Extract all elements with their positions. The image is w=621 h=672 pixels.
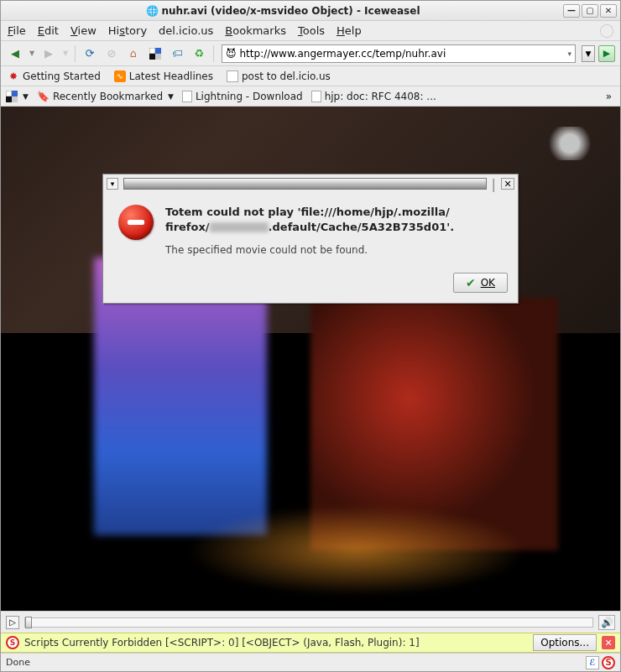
forward-button[interactable]: ▶	[39, 44, 58, 63]
home-button[interactable]: ⌂	[124, 44, 143, 63]
rss-icon: ∿	[114, 70, 126, 82]
page-icon	[182, 91, 192, 102]
menu-tools[interactable]: Tools	[298, 24, 325, 37]
bookmark-getting-started[interactable]: ✸ Getting Started	[8, 70, 101, 82]
throbber-icon	[600, 24, 613, 38]
delicious-button[interactable]: ▼	[6, 91, 29, 102]
separator	[75, 45, 76, 62]
error-icon	[118, 205, 154, 240]
stop-button[interactable]: ⊘	[102, 44, 121, 63]
options-button[interactable]: Options...	[533, 634, 597, 651]
page-icon	[227, 70, 238, 82]
delicious-tag-icon[interactable]	[146, 44, 164, 63]
check-icon: ✔	[466, 276, 476, 289]
site-icon: 😈	[226, 48, 237, 60]
menu-bookmarks[interactable]: Bookmarks	[225, 24, 286, 37]
bookmark-icon: 🔖	[37, 91, 50, 102]
menubar: File Edit View History del.icio.us Bookm…	[1, 21, 620, 41]
reload-button[interactable]: ⟳	[81, 44, 99, 63]
dialog-separator: |	[492, 176, 496, 192]
noscript-icon: S	[6, 636, 19, 649]
recently-bookmarked[interactable]: 🔖 Recently Bookmarked ▼	[37, 91, 174, 102]
svg-rect-3	[155, 54, 161, 60]
menu-help[interactable]: Help	[337, 24, 362, 37]
svg-rect-6	[6, 96, 12, 102]
svg-rect-1	[155, 48, 161, 54]
menu-edit[interactable]: Edit	[38, 24, 59, 37]
menu-view[interactable]: View	[70, 24, 97, 37]
separator	[213, 45, 214, 62]
dialog-titlebar[interactable]: ▾ | ✕	[103, 175, 518, 193]
bookmarks-toolbar: ✸ Getting Started ∿ Latest Headlines pos…	[1, 66, 620, 86]
close-button[interactable]: ✕	[600, 4, 617, 18]
seek-thumb[interactable]	[25, 617, 32, 628]
app-icon: 🌐	[146, 5, 159, 17]
bug-icon: ✸	[8, 70, 19, 82]
url-history-dropdown[interactable]: ▼	[582, 45, 595, 62]
ok-label: OK	[481, 277, 495, 289]
svg-rect-5	[12, 91, 18, 96]
dialog-title-gradient	[123, 178, 487, 190]
url-input[interactable]	[240, 48, 565, 60]
go-button[interactable]: ▶	[598, 45, 615, 62]
media-controls: ▷ 🔊	[1, 611, 620, 633]
nav-toolbar: ◀ ▼ ▶ ▼ ⟳ ⊘ ⌂ 🏷 ♻ 😈 ▾ ▼ ▶	[1, 41, 620, 66]
status-noscript-icon[interactable]: S	[602, 656, 615, 669]
dialog-menu-icon[interactable]: ▾	[107, 178, 118, 190]
bookmark-lightning[interactable]: Lightning - Download	[182, 91, 303, 102]
content-area: ▾ | ✕ Totem could not play 'file:///home…	[1, 107, 620, 611]
dialog-close-button[interactable]: ✕	[501, 178, 514, 190]
bookmark-hjp[interactable]: hjp: doc: RFC 4408: ...	[311, 91, 436, 102]
dialog-message: Totem could not play 'file:///home/hjp/.…	[165, 205, 503, 256]
noscript-text: Scripts Currently Forbidden [<SCRIPT>: 0…	[24, 637, 420, 649]
url-bar[interactable]: 😈 ▾	[222, 44, 576, 63]
recycle-icon[interactable]: ♻	[190, 44, 208, 63]
ok-button[interactable]: ✔ OK	[453, 273, 508, 293]
status-icon-1[interactable]: ℰ	[586, 656, 599, 669]
bookmark-post-delicious[interactable]: post to del.icio.us	[227, 70, 331, 82]
overflow-button[interactable]: »	[603, 91, 615, 102]
redacted-text	[210, 222, 269, 232]
back-button[interactable]: ◀	[6, 44, 24, 63]
status-text: Done	[6, 657, 30, 668]
minimize-button[interactable]: —	[563, 4, 580, 18]
svg-rect-7	[12, 96, 18, 102]
svg-rect-4	[6, 91, 12, 96]
noscript-close-button[interactable]: ✕	[602, 636, 615, 649]
maximize-button[interactable]: ▢	[582, 4, 598, 18]
noscript-bar: S Scripts Currently Forbidden [<SCRIPT>:…	[1, 633, 620, 653]
menu-file[interactable]: File	[8, 24, 26, 37]
window-title: nuhr.avi (video/x-msvideo Object) - Icew…	[162, 5, 420, 17]
volume-button[interactable]: 🔊	[598, 615, 615, 630]
page-icon	[311, 91, 321, 102]
titlebar: 🌐 nuhr.avi (video/x-msvideo Object) - Ic…	[1, 1, 620, 21]
forward-dropdown[interactable]: ▼	[61, 44, 70, 63]
status-bar: Done ℰ S	[1, 653, 620, 671]
error-dialog: ▾ | ✕ Totem could not play 'file:///home…	[102, 174, 519, 304]
menu-history[interactable]: History	[108, 24, 147, 37]
back-dropdown[interactable]: ▼	[28, 44, 36, 63]
menu-delicious[interactable]: del.icio.us	[159, 24, 213, 37]
svg-rect-2	[149, 54, 155, 60]
svg-rect-0	[149, 48, 155, 54]
browser-window: 🌐 nuhr.avi (video/x-msvideo Object) - Ic…	[0, 0, 621, 672]
play-button[interactable]: ▷	[6, 616, 19, 629]
seek-bar[interactable]	[24, 617, 593, 628]
recent-toolbar: ▼ 🔖 Recently Bookmarked ▼ Lightning - Do…	[1, 86, 620, 107]
tag-icon[interactable]: 🏷	[168, 44, 186, 63]
bookmark-latest-headlines[interactable]: ∿ Latest Headlines	[114, 70, 213, 82]
